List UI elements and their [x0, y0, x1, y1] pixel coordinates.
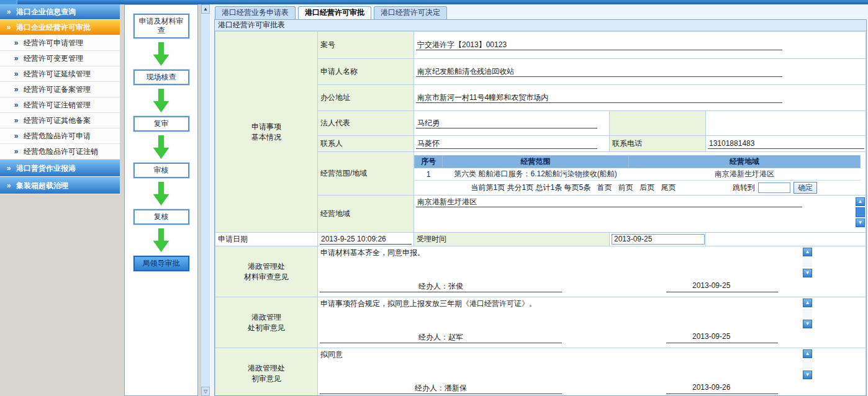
workflow-panel: 申请及材料审查 现场核查 复审 审核 复核 局领导审批	[124, 4, 198, 396]
phone-label: 联系电话	[610, 136, 706, 152]
sidebar-item-cargo-report[interactable]: » 港口普货作业报港	[0, 160, 120, 177]
office-address-field[interactable]: 南京市新河一村11号4幢郑和农贸市场内	[416, 92, 782, 103]
scroll-up-button[interactable]: ▲	[856, 197, 865, 206]
first-page-link[interactable]: 首页	[597, 183, 612, 192]
sidebar-item-dangerous-goods-apply[interactable]: » 经营危险品许可申请	[0, 128, 120, 144]
sidebar-section-enterprise-license-approval[interactable]: » 港口企业经营许可审批	[0, 20, 120, 35]
apply-date-field[interactable]: 2013-9-25 10:09:26	[320, 234, 412, 245]
scope-row-area: 南京港新生圩港区	[629, 168, 861, 181]
sidebar-item-container-overload[interactable]: » 集装箱超载治理	[0, 177, 120, 194]
arrow-bullet-icon: »	[11, 128, 21, 143]
case-no-field[interactable]: 宁交港许字【2013】00123	[416, 40, 782, 50]
tab-bar: 港口经营业务申请表 港口经营许可审批 港口经营许可决定	[214, 4, 867, 19]
accept-time-field[interactable]: 2013-09-25	[612, 234, 705, 245]
workflow-step-site-check[interactable]: 现场核查	[133, 70, 189, 85]
scope-table-row[interactable]: 1 第六类 船舶港口服务：6.12船舶污染物接收(船舶) 南京港新生圩港区	[415, 168, 861, 181]
workflow-step-recheck[interactable]: 复审	[133, 116, 189, 132]
textarea-scrollbar[interactable]: ▲ ▼	[803, 248, 812, 277]
operator-field: 经办人：潘新保	[320, 383, 562, 394]
contact-field[interactable]: 马菱怀	[416, 138, 597, 149]
down-arrow-icon	[153, 228, 170, 252]
scroll-down-button[interactable]: ▼	[803, 371, 812, 379]
region-textarea[interactable]: 南京港新生圩港区	[416, 197, 802, 207]
top-banner	[0, 0, 868, 4]
jump-page-input[interactable]	[758, 182, 790, 193]
sidebar-item-label: 集装箱超载治理	[16, 178, 68, 193]
region-label: 经营地域	[318, 196, 414, 233]
form-title: 港口经营许可审批表	[215, 20, 866, 31]
tab-license-decision[interactable]: 港口经营许可决定	[374, 6, 447, 19]
textarea-scrollbar[interactable]: ▲ ▼	[803, 299, 812, 328]
workflow-step-leader-approval[interactable]: 局领导审批	[133, 256, 189, 271]
sidebar-item-dangerous-goods-cancel[interactable]: » 经营危险品许可证注销	[0, 144, 120, 160]
scope-row-index: 1	[415, 168, 443, 181]
phone-field[interactable]: 13101881483	[708, 138, 864, 149]
scroll-down-button[interactable]: ▽	[201, 387, 210, 396]
sidebar-item-label: 港口普货作业报港	[16, 161, 76, 176]
scrollbar-track	[201, 14, 210, 387]
next-page-link[interactable]: 后页	[640, 183, 654, 192]
double-arrow-icon: »	[4, 4, 14, 19]
double-arrow-icon: »	[4, 178, 14, 193]
workflow-step-audit[interactable]: 审核	[133, 163, 189, 178]
scrollbar-thumb[interactable]	[856, 207, 865, 217]
jump-to-label: 跳转到	[733, 182, 755, 193]
pagination-info: 当前第1页 共分1页 总计1条 每页5条	[471, 183, 590, 192]
tab-license-approval[interactable]: 港口经营许可审批	[298, 6, 371, 19]
arrow-bullet-icon: »	[11, 113, 21, 128]
sidebar-item-license-change-mgmt[interactable]: » 经营许可变更管理	[0, 51, 120, 66]
scroll-down-button[interactable]: ▼	[803, 269, 812, 277]
legal-rep-field[interactable]: 马纪勇	[416, 118, 597, 128]
apply-date-label: 申请日期	[215, 233, 318, 246]
operator-date: 2013-09-25	[666, 281, 778, 292]
textarea-scrollbar[interactable]: ▲ ▼	[803, 349, 812, 379]
scroll-up-button[interactable]: ▲	[803, 248, 812, 256]
sidebar-item-license-apply-mgmt[interactable]: » 经营许可申请管理	[0, 35, 120, 51]
operator-date: 2013-09-26	[666, 383, 778, 394]
first-review-opinion-label: 港政管理 处初审意见	[215, 297, 318, 348]
workflow-step-review[interactable]: 复核	[133, 209, 189, 225]
scope-col-header-area: 经营地域	[629, 156, 861, 168]
workflow-area: 申请及材料审查 现场核查 复审 审核 复核 局领导审批	[120, 4, 201, 396]
applicant-name-field[interactable]: 南京纪发船舶清仓残油回收站	[416, 66, 782, 77]
sidebar-menu: » 港口企业信息查询 » 港口企业经营许可审批 » 经营许可申请管理 » 经营许…	[0, 4, 120, 396]
down-arrow-icon	[153, 182, 170, 205]
prev-page-link[interactable]: 前页	[618, 183, 633, 192]
scrollbar-track	[803, 258, 812, 268]
second-review-opinion-textarea[interactable]: 拟同意	[318, 348, 866, 382]
last-page-link[interactable]: 尾页	[661, 183, 676, 192]
material-review-opinion-textarea[interactable]: 申请材料基本齐全，同意申报。	[318, 246, 866, 280]
sidebar-item-label: 经营许可申请管理	[24, 35, 83, 50]
sidebar-item-label: 港口企业信息查询	[16, 4, 76, 19]
tab-business-application-form[interactable]: 港口经营业务申请表	[215, 6, 296, 19]
scroll-down-button[interactable]: ▼	[803, 320, 812, 328]
pagination-bar: 当前第1页 共分1页 总计1条 每页5条 首页 前页 后页 尾页 跳转到	[414, 181, 861, 194]
arrow-bullet-icon: »	[11, 82, 21, 97]
scrollbar-track	[803, 308, 812, 318]
case-no-label: 案号	[318, 32, 414, 59]
operator-field: 经办人：赵军	[320, 332, 562, 343]
arrow-bullet-icon: »	[11, 144, 21, 159]
empty-cell	[706, 233, 866, 246]
first-review-opinion-textarea[interactable]: 申请事项符合规定，拟同意上报发放三年期《港口经营许可证》。	[318, 297, 866, 331]
sidebar-item-license-filing-mgmt[interactable]: » 经营许可证备案管理	[0, 82, 120, 97]
scroll-up-button[interactable]: ▲	[803, 299, 812, 307]
confirm-button[interactable]: 确定	[793, 182, 817, 194]
operator-name: 潘新保	[445, 384, 467, 392]
workflow-step-material-review[interactable]: 申请及材料审查	[133, 14, 189, 38]
scroll-up-button[interactable]: ▲	[803, 349, 812, 358]
arrow-bullet-icon: »	[11, 66, 21, 81]
sidebar-item-license-other-filing[interactable]: » 经营许可证其他备案	[0, 113, 120, 128]
sidebar-item-label: 经营危险品许可申请	[24, 128, 91, 143]
sidebar-item-license-cancel-mgmt[interactable]: » 经营许可证注销管理	[0, 97, 120, 113]
scroll-up-button[interactable]: ▲	[201, 4, 210, 14]
main-vertical-scrollbar[interactable]: ▲ ▽	[201, 4, 210, 396]
scroll-down-button[interactable]: ▼	[856, 218, 865, 227]
sidebar-item-enterprise-info-query[interactable]: » 港口企业信息查询	[0, 4, 120, 20]
textarea-scrollbar[interactable]: ▲ ▼	[856, 197, 865, 227]
sidebar-item-license-renewal-mgmt[interactable]: » 经营许可证延续管理	[0, 66, 120, 82]
sidebar-item-label: 经营许可证注销管理	[24, 97, 91, 112]
operator-label: 经办人：	[415, 384, 445, 392]
scope-col-header-index: 序号	[415, 156, 443, 168]
office-address-label: 办公地址	[318, 85, 414, 111]
